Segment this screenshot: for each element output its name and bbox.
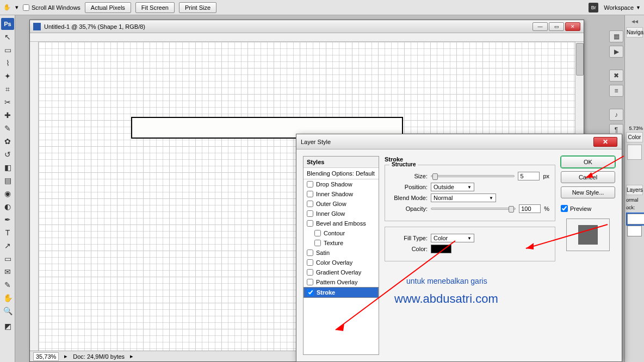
opt-outer-glow[interactable]: Outer Glow [304, 199, 379, 209]
ruler-vertical [30, 42, 39, 351]
char-panel-icon[interactable]: ♪ [609, 109, 623, 121]
print-size-button[interactable]: Print Size [179, 2, 216, 13]
expand-panels-icon[interactable]: ◂◂ [625, 17, 644, 25]
color-picker-slot[interactable] [627, 145, 642, 160]
crop-tool-icon[interactable]: ⌗ [1, 83, 14, 95]
color-swatch[interactable] [431, 245, 451, 253]
lock-label: ock: [625, 204, 644, 211]
scroll-thumb[interactable] [576, 43, 584, 76]
chevron-down-icon: ▼ [489, 196, 493, 201]
wand-tool-icon[interactable]: ✦ [1, 70, 14, 82]
right-panel-dock: ◂◂ Naviga 5.73% Color Layers ormal ock: [624, 15, 644, 362]
stamp-tool-icon[interactable]: ✿ [1, 135, 14, 147]
preview-swatch [578, 225, 598, 245]
opt-stroke[interactable]: Stroke [304, 287, 379, 298]
opt-contour[interactable]: Contour [304, 228, 379, 238]
navigator-tab[interactable]: Naviga [626, 27, 643, 38]
play-panel-icon[interactable]: ▶ [609, 46, 623, 58]
tools-panel-icon[interactable]: ✖ [609, 70, 623, 82]
status-arrow-icon[interactable]: ▸ [130, 353, 133, 360]
blending-options[interactable]: Blending Options: Default [304, 168, 379, 179]
cancel-button[interactable]: Cancel [561, 171, 615, 183]
opacity-slider[interactable] [431, 208, 516, 210]
workspace-dropdown[interactable]: Workspace▼ [604, 4, 641, 11]
zoom-field[interactable]: 35,73% [33, 352, 59, 361]
actual-pixels-button[interactable]: Actual Pixels [85, 2, 131, 13]
ok-button[interactable]: OK [561, 156, 615, 168]
opt-color-overlay[interactable]: Color Overlay [304, 258, 379, 267]
preview-checkbox[interactable]: Preview [561, 205, 615, 212]
brush-tool-icon[interactable]: ✎ [1, 122, 14, 134]
slice-tool-icon[interactable]: ✂ [1, 96, 14, 108]
annotation-url: www.abdusatri.com [394, 292, 555, 306]
gradient-tool-icon[interactable]: ▤ [1, 174, 14, 186]
opt-satin[interactable]: Satin [304, 248, 379, 258]
bridge-icon[interactable]: Br [589, 3, 598, 13]
nav-panel-icon[interactable]: ▦ [609, 30, 623, 42]
scroll-all-checkbox[interactable]: Scroll All Windows [23, 4, 81, 11]
size-input[interactable] [518, 172, 540, 180]
heal-tool-icon[interactable]: ✚ [1, 109, 14, 121]
blend-mode-label: Blend Mode: [391, 195, 428, 201]
move-tool-icon[interactable]: ↖ [1, 31, 14, 43]
dropdown-icon[interactable]: ▾ [15, 4, 18, 11]
stroke-settings: Stroke Structure Size: px Position: Outs… [385, 156, 555, 355]
hand-tool-icon: ✋ [3, 4, 11, 11]
zoom-tool-icon[interactable]: 🔍 [1, 305, 14, 317]
slider-handle[interactable] [432, 173, 438, 180]
blend-mode-select[interactable]: Normal▼ [431, 194, 496, 202]
opt-drop-shadow[interactable]: Drop Shadow [304, 179, 379, 189]
scroll-all-label: Scroll All Windows [32, 4, 81, 11]
misc-panel-icon[interactable]: ≡ [609, 85, 623, 97]
top-options-bar: ✋ ▾ Scroll All Windows Actual Pixels Fit… [0, 0, 644, 15]
type-tool-icon[interactable]: T [1, 227, 14, 239]
opt-pattern-overlay[interactable]: Pattern Overlay [304, 277, 379, 287]
notes-tool-icon[interactable]: ✉ [1, 266, 14, 278]
new-style-button[interactable]: New Style... [561, 186, 615, 198]
dialog-close-button[interactable]: ✕ [593, 137, 617, 147]
color-label: Color: [391, 246, 428, 252]
size-slider[interactable] [431, 175, 515, 177]
dodge-tool-icon[interactable]: ◐ [1, 201, 14, 213]
shape-tool-icon[interactable]: ▭ [1, 253, 14, 265]
size-unit: px [543, 173, 549, 179]
ps-doc-icon [33, 23, 41, 30]
dialog-titlebar[interactable]: Layer Style ✕ [296, 134, 622, 149]
chevron-down-icon: ▼ [467, 185, 472, 190]
doc-titlebar[interactable]: Untitled-1 @ 35,7% (Shape 1, RGB/8) — ▭ … [30, 20, 584, 33]
eraser-tool-icon[interactable]: ◧ [1, 161, 14, 173]
filltype-select[interactable]: Color▼ [431, 234, 474, 242]
color-swatch-icon[interactable]: ◩ [1, 318, 14, 334]
doc-title: Untitled-1 @ 35,7% (Shape 1, RGB/8) [44, 23, 145, 30]
fit-screen-button[interactable]: Fit Screen [135, 2, 175, 13]
slider-handle[interactable] [509, 206, 514, 213]
blur-tool-icon[interactable]: ◉ [1, 188, 14, 199]
nav-zoom-label: 5.73% [625, 126, 644, 131]
styles-header[interactable]: Styles [304, 157, 379, 168]
opt-bevel[interactable]: Bevel and Emboss [304, 219, 379, 228]
opt-gradient-overlay[interactable]: Gradient Overlay [304, 267, 379, 277]
layer-thumb-bg[interactable] [627, 226, 642, 236]
path-tool-icon[interactable]: ↗ [1, 240, 14, 252]
eyedropper-icon[interactable]: ✎ [1, 279, 14, 291]
minimize-button[interactable]: — [532, 22, 548, 31]
structure-group: Structure Size: px Position: Outside▼ Bl… [385, 165, 555, 221]
close-button[interactable]: ✕ [565, 22, 580, 31]
opt-inner-shadow[interactable]: Inner Shadow [304, 189, 379, 199]
layers-tab[interactable]: Layers [626, 185, 643, 195]
position-select[interactable]: Outside▼ [431, 183, 474, 191]
ruler-horizontal [30, 33, 584, 42]
layer-thumb-shape[interactable] [627, 214, 644, 224]
history-brush-icon[interactable]: ↺ [1, 148, 14, 160]
opt-inner-glow[interactable]: Inner Glow [304, 209, 379, 219]
maximize-button[interactable]: ▭ [549, 22, 564, 31]
lasso-tool-icon[interactable]: ⌇ [1, 57, 14, 69]
marquee-tool-icon[interactable]: ▭ [1, 44, 14, 56]
nav-arrow-icon[interactable]: ▸ [64, 353, 67, 360]
opacity-input[interactable] [519, 204, 541, 213]
hand-tool-icon[interactable]: ✋ [1, 292, 14, 304]
color-tab[interactable]: Color [626, 132, 643, 142]
pen-tool-icon[interactable]: ✒ [1, 214, 14, 226]
opt-texture[interactable]: Texture [304, 238, 379, 248]
tool-ps-icon[interactable]: Ps [1, 18, 14, 30]
